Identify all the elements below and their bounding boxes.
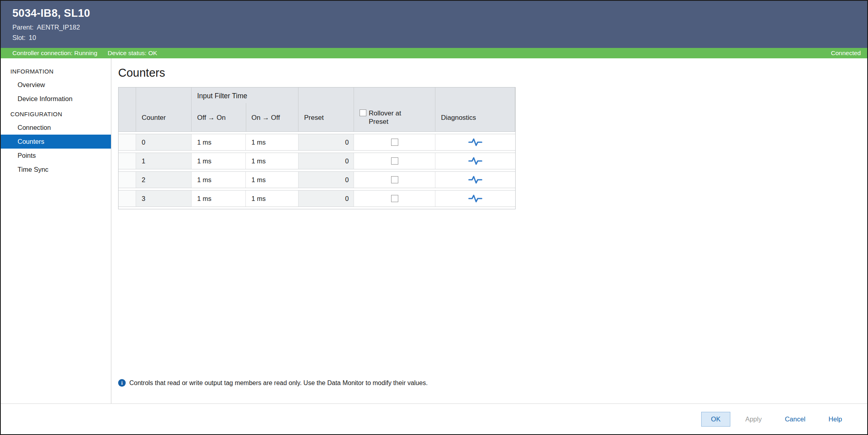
counter-cell: 3 xyxy=(136,191,192,207)
sidebar-item-overview[interactable]: Overview xyxy=(1,78,111,92)
diagnostics-cell xyxy=(435,191,515,207)
column-header-rollover: Rollover at Preset xyxy=(354,87,435,131)
preset-cell: 0 xyxy=(299,134,354,150)
note-text: Controls that read or write output tag m… xyxy=(129,379,428,387)
ok-button[interactable]: OK xyxy=(701,412,731,427)
main-panel: Counters Counter Off → On On → Off Prese… xyxy=(111,58,867,403)
sidebar: INFORMATION Overview Device Information … xyxy=(1,58,111,403)
rollover-cell xyxy=(354,191,435,207)
off-on-cell[interactable]: 1 ms xyxy=(192,172,246,188)
controller-connection-status: Controller connection: Running xyxy=(12,50,97,57)
content-area: INFORMATION Overview Device Information … xyxy=(1,58,867,403)
row-selector-cell[interactable] xyxy=(119,153,136,169)
on-off-cell[interactable]: 1 ms xyxy=(246,172,299,188)
rollover-all-checkbox[interactable] xyxy=(360,109,366,116)
info-icon: i xyxy=(118,379,126,387)
counter-cell: 2 xyxy=(136,172,192,188)
table-row: 0 1 ms 1 ms 0 xyxy=(119,134,515,151)
preset-cell: 0 xyxy=(299,191,354,207)
sidebar-section-configuration: CONFIGURATION xyxy=(1,106,111,121)
page-title: Counters xyxy=(118,66,867,79)
sidebar-item-counters[interactable]: Counters xyxy=(1,135,111,149)
off-on-cell[interactable]: 1 ms xyxy=(192,191,246,207)
row-selector-cell[interactable] xyxy=(119,172,136,188)
diagnostics-cell xyxy=(435,153,515,169)
column-header-preset: Preset xyxy=(299,87,354,131)
sidebar-item-time-sync[interactable]: Time Sync xyxy=(1,163,111,177)
table-row: 1 1 ms 1 ms 0 xyxy=(119,153,515,169)
slot-line: Slot:10 xyxy=(12,34,867,42)
sidebar-item-device-information[interactable]: Device Information xyxy=(1,92,111,106)
off-on-cell[interactable]: 1 ms xyxy=(192,153,246,169)
column-divider xyxy=(246,103,246,131)
row-selector-cell[interactable] xyxy=(119,191,136,207)
sidebar-item-connection[interactable]: Connection xyxy=(1,121,111,135)
diagnostics-icon[interactable] xyxy=(468,157,482,165)
group-header-input-filter-time: Input Filter Time xyxy=(197,92,247,100)
module-properties-window: 5034-IB8, SL10 Parent:AENTR_IP182 Slot:1… xyxy=(0,0,868,435)
rollover-checkbox[interactable] xyxy=(391,176,398,183)
table-header: Counter Off → On On → Off Preset Rollove… xyxy=(119,87,515,132)
sidebar-item-points[interactable]: Points xyxy=(1,149,111,163)
on-off-cell[interactable]: 1 ms xyxy=(246,134,299,150)
rollover-cell xyxy=(354,153,435,169)
connection-state: Connected xyxy=(831,50,861,57)
diagnostics-icon[interactable] xyxy=(468,194,482,203)
rollover-cell xyxy=(354,172,435,188)
diagnostics-icon[interactable] xyxy=(468,175,482,184)
row-selector-cell[interactable] xyxy=(119,134,136,150)
device-status: Device status: OK xyxy=(108,50,157,57)
diagnostics-cell xyxy=(435,172,515,188)
parent-line: Parent:AENTR_IP182 xyxy=(12,24,867,31)
titlebar: 5034-IB8, SL10 Parent:AENTR_IP182 Slot:1… xyxy=(1,1,867,48)
help-button[interactable]: Help xyxy=(820,412,850,427)
rollover-checkbox[interactable] xyxy=(391,157,398,165)
footer: OK Apply Cancel Help xyxy=(1,403,867,434)
column-header-diagnostics: Diagnostics xyxy=(435,87,515,131)
apply-button[interactable]: Apply xyxy=(737,412,770,427)
table-row: 2 1 ms 1 ms 0 xyxy=(119,171,515,188)
counter-cell: 0 xyxy=(136,134,192,150)
rollover-checkbox[interactable] xyxy=(391,139,398,146)
column-header-counter: Counter xyxy=(136,87,192,131)
counter-cell: 1 xyxy=(136,153,192,169)
column-header-on-off: On → Off xyxy=(246,87,299,131)
on-off-cell[interactable]: 1 ms xyxy=(246,153,299,169)
row-selector-header xyxy=(119,87,136,131)
diagnostics-icon[interactable] xyxy=(468,138,482,147)
table-row: 3 1 ms 1 ms 0 xyxy=(119,190,515,207)
preset-cell: 0 xyxy=(299,172,354,188)
parent-value: AENTR_IP182 xyxy=(37,24,80,31)
slot-label: Slot: xyxy=(12,34,26,41)
sidebar-section-information: INFORMATION xyxy=(1,63,111,78)
preset-cell: 0 xyxy=(299,153,354,169)
parent-label: Parent: xyxy=(12,24,34,31)
on-off-cell[interactable]: 1 ms xyxy=(246,191,299,207)
rollover-checkbox[interactable] xyxy=(391,195,398,202)
off-on-cell[interactable]: 1 ms xyxy=(192,134,246,150)
counters-table: Counter Off → On On → Off Preset Rollove… xyxy=(118,87,516,209)
window-title: 5034-IB8, SL10 xyxy=(12,7,867,20)
rollover-cell xyxy=(354,134,435,150)
diagnostics-cell xyxy=(435,134,515,150)
status-bar: Controller connection: Running Device st… xyxy=(1,48,867,58)
slot-value: 10 xyxy=(29,34,36,41)
info-note: i Controls that read or write output tag… xyxy=(118,379,428,387)
cancel-button[interactable]: Cancel xyxy=(777,412,814,427)
